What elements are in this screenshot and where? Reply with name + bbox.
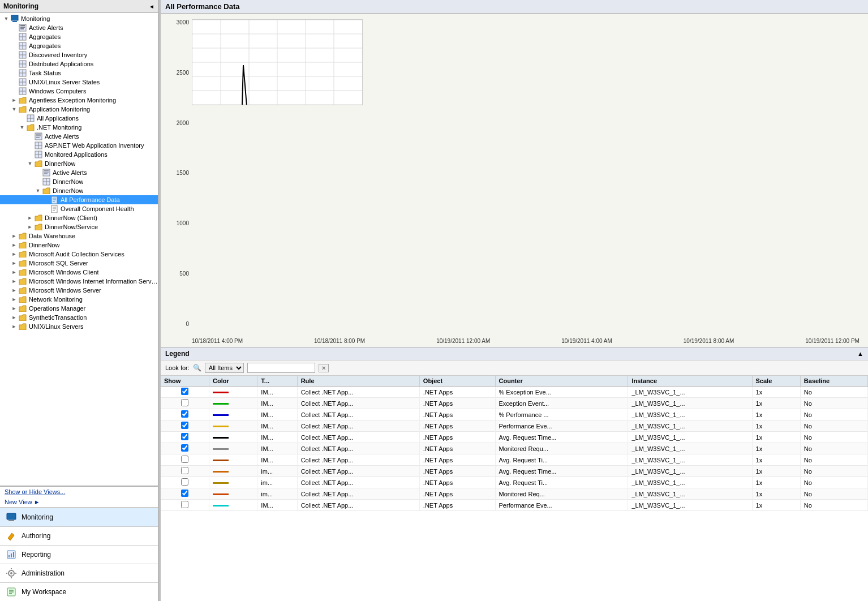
x-label-3: 10/19/2011 12:00 AM (436, 338, 490, 344)
tree-item-dinnernow-node[interactable]: DinnerNow (0, 177, 158, 186)
tree-item-agentless[interactable]: ► Agentless Exception Monitoring (0, 96, 158, 105)
row-show-8[interactable] (161, 477, 209, 488)
row-rule-8: Collect .NET App... (297, 477, 419, 488)
tree-item-dinnernow-top[interactable]: ► DinnerNow (0, 241, 158, 250)
tree-item-operations-manager[interactable]: ► Operations Manager (0, 304, 158, 313)
tree-item-ms-win-server[interactable]: ► Microsoft Windows Server (0, 286, 158, 295)
row-color-3 (209, 420, 257, 432)
checkbox-8[interactable] (181, 478, 188, 486)
tree-item-active-alerts-1[interactable]: Active Alerts (0, 23, 158, 32)
tree-item-distributed-apps[interactable]: Distributed Applications (0, 59, 158, 68)
tree-item-aggregates-1[interactable]: Aggregates (0, 32, 158, 41)
tree-item-unix-linux-servers[interactable]: ► UNIX/Linux Servers (0, 322, 158, 331)
tree-item-dn-active-alerts[interactable]: Active Alerts (0, 168, 158, 177)
checkbox-6[interactable] (181, 456, 188, 463)
tree-item-discovered-inventory[interactable]: Discovered Inventory (0, 50, 158, 59)
row-show-1[interactable] (161, 398, 209, 409)
tree-item-dinnernow-2[interactable]: ▼ DinnerNow (0, 186, 158, 195)
left-panel-title: Monitoring (3, 2, 38, 10)
nav-btn-authoring[interactable]: Authoring (0, 526, 158, 545)
tree-item-monitoring[interactable]: ▼ Monitoring (0, 14, 158, 23)
tree-item-dn-client[interactable]: ► DinnerNow (Client) (0, 213, 158, 222)
monitor-nav-icon (6, 512, 17, 523)
tree-item-all-applications[interactable]: All Applications (0, 114, 158, 123)
row-rule-10: Collect .NET App... (297, 500, 419, 511)
tree-item-net-active-alerts[interactable]: Active Alerts (0, 132, 158, 141)
tree-item-net-monitoring[interactable]: ▼ .NET Monitoring (0, 123, 158, 132)
row-show-0[interactable] (161, 387, 209, 398)
tree-item-asp-net[interactable]: ASP.NET Web Application Inventory (0, 141, 158, 150)
row-object-7: .NET Apps (419, 466, 495, 477)
row-baseline-2: No (800, 409, 867, 420)
row-show-10[interactable] (161, 500, 209, 511)
row-color-5 (209, 443, 257, 454)
tree-item-ms-win-client[interactable]: ► Microsoft Windows Client (0, 268, 158, 277)
row-show-9[interactable] (161, 488, 209, 500)
row-rule-5: Collect .NET App... (297, 443, 419, 454)
tree-item-dn-service[interactable]: ► DinnerNow/Service (0, 222, 158, 231)
tree-item-aggregates-2[interactable]: Aggregates (0, 41, 158, 50)
look-for-input[interactable] (247, 363, 315, 373)
row-scale-8: 1x (752, 477, 800, 488)
tree-item-overall-health[interactable]: Overall Component Health (0, 204, 158, 213)
row-instance-4: _LM_W3SVC_1_... (628, 432, 752, 443)
y-label-2500: 2500 (177, 70, 189, 76)
x-label-4: 10/19/2011 4:00 AM (561, 338, 612, 344)
row-show-3[interactable] (161, 420, 209, 432)
collapse-icon[interactable]: ◄ (149, 3, 154, 10)
checkbox-3[interactable] (181, 422, 188, 429)
row-show-6[interactable] (161, 454, 209, 466)
row-object-6: .NET Apps (419, 454, 495, 466)
checkbox-1[interactable] (181, 399, 188, 406)
table-row: IM... Collect .NET App... .NET Apps Avg.… (161, 432, 868, 443)
row-show-7[interactable] (161, 466, 209, 477)
tree-item-monitored-apps[interactable]: Monitored Applications (0, 150, 158, 159)
checkbox-4[interactable] (181, 433, 188, 440)
tree-item-dinnernow-1[interactable]: ▼ DinnerNow (0, 159, 158, 168)
row-type-8: im... (257, 477, 297, 488)
col-instance: Instance (628, 376, 752, 387)
row-counter-0: % Exception Eve... (495, 387, 628, 398)
y-label-3000: 3000 (177, 19, 189, 25)
checkbox-5[interactable] (181, 444, 188, 452)
tree-item-unix-linux-states[interactable]: UNIX/Linux Server States (0, 78, 158, 87)
data-table: Show Color T... Rule Object Counter Inst… (161, 376, 868, 601)
clear-button[interactable]: ✕ (319, 364, 329, 372)
checkbox-7[interactable] (181, 467, 188, 474)
bottom-nav: Show or Hide Views... New View ► Monitor… (0, 486, 158, 601)
show-hide-views[interactable]: Show or Hide Views... (0, 487, 158, 497)
right-panel: All Performance Data 3000 2500 2000 1500… (161, 0, 868, 601)
tree-item-task-status[interactable]: Task Status (0, 68, 158, 78)
checkbox-0[interactable] (181, 388, 188, 395)
row-instance-9: _LM_W3SVC_1_... (628, 488, 752, 500)
nav-btn-workspace[interactable]: My Workspace (0, 582, 158, 601)
checkbox-9[interactable] (181, 490, 188, 497)
toggle-monitoring[interactable]: ▼ (2, 16, 10, 22)
tree-item-synthetic-transaction[interactable]: ► SyntheticTransaction (0, 313, 158, 322)
tree-item-ms-iis[interactable]: ► Microsoft Windows Internet Information… (0, 277, 158, 286)
chart-svg (192, 19, 363, 105)
nav-btn-reporting[interactable]: Reporting (0, 545, 158, 564)
grid-icon-1 (18, 33, 27, 41)
grid-icon-monitored (34, 151, 43, 158)
row-show-4[interactable] (161, 432, 209, 443)
row-show-5[interactable] (161, 443, 209, 454)
tree-item-all-perf-data[interactable]: All Performance Data (0, 195, 158, 204)
tree-item-network-monitoring[interactable]: ► Network Monitoring (0, 295, 158, 304)
checkbox-2[interactable] (181, 410, 188, 418)
tree-item-data-warehouse[interactable]: ► Data Warehouse (0, 231, 158, 241)
row-show-2[interactable] (161, 409, 209, 420)
tree-item-app-monitoring[interactable]: ▼ Application Monitoring (0, 105, 158, 114)
legend-collapse-icon[interactable]: ▲ (857, 350, 863, 357)
nav-btn-monitoring[interactable]: Monitoring (0, 508, 158, 526)
tree-item-ms-audit[interactable]: ► Microsoft Audit Collection Services (0, 250, 158, 259)
nav-btn-administration[interactable]: Administration (0, 564, 158, 582)
look-for-select[interactable]: All Items (205, 363, 244, 373)
checkbox-10[interactable] (181, 501, 188, 508)
table-row: IM... Collect .NET App... .NET Apps % Pe… (161, 409, 868, 420)
tree-item-windows-computers[interactable]: Windows Computers (0, 87, 158, 96)
search-icon: 🔍 (193, 364, 201, 372)
row-color-10 (209, 500, 257, 511)
tree-item-ms-sql[interactable]: ► Microsoft SQL Server (0, 259, 158, 268)
new-view[interactable]: New View ► (0, 497, 158, 507)
